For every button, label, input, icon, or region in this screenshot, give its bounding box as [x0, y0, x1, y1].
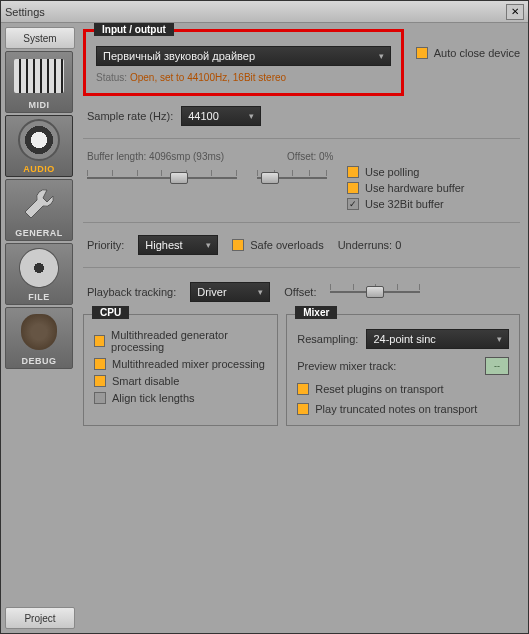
- label-play-truncated: Play truncated notes on transport: [315, 403, 477, 415]
- group-label-cpu: CPU: [92, 306, 129, 319]
- window-body: System MIDI AUDIO GENERAL FILE D: [1, 23, 528, 633]
- resampling-label: Resampling:: [297, 333, 358, 345]
- group-label-mixer: Mixer: [295, 306, 337, 319]
- preview-label: Preview mixer track:: [297, 360, 396, 372]
- separator: [83, 138, 520, 139]
- status-value: Open, set to 44100Hz, 16Bit stereo: [130, 72, 286, 83]
- main-panel: Input / output Первичный звуковой драйве…: [79, 23, 528, 633]
- resampling-value: 24-point sinc: [373, 333, 435, 345]
- buffer-length-label: Buffer length: 4096smp (93ms): [87, 151, 247, 162]
- bug-icon: [6, 308, 72, 356]
- status-label: Status:: [96, 72, 127, 83]
- tab-system[interactable]: System: [5, 27, 75, 49]
- checkbox-auto-close[interactable]: [416, 47, 428, 59]
- group-label-io: Input / output: [94, 23, 174, 36]
- checkbox-smart-disable[interactable]: [94, 375, 106, 387]
- disc-icon: [6, 244, 72, 292]
- priority-value: Highest: [145, 239, 182, 251]
- speaker-icon: [6, 116, 72, 164]
- buffer-length-slider[interactable]: [87, 166, 237, 190]
- playback-dropdown[interactable]: Driver: [190, 282, 270, 302]
- sample-rate-row: Sample rate (Hz): 44100: [83, 106, 520, 126]
- playback-offset-label: Offset:: [284, 286, 316, 298]
- separator: [83, 267, 520, 268]
- label-auto-close: Auto close device: [434, 47, 520, 59]
- priority-label: Priority:: [87, 239, 124, 251]
- sidebar-label-file: FILE: [28, 292, 50, 304]
- window-title: Settings: [5, 6, 506, 18]
- playback-row: Playback tracking: Driver Offset:: [83, 280, 520, 304]
- sidebar-label-audio: AUDIO: [23, 164, 55, 176]
- separator: [83, 222, 520, 223]
- checkbox-play-truncated[interactable]: [297, 403, 309, 415]
- label-use-hw-buffer: Use hardware buffer: [365, 182, 464, 194]
- playback-offset-slider[interactable]: [330, 280, 420, 304]
- checkbox-mt-mix[interactable]: [94, 358, 106, 370]
- checkbox-reset-plugins[interactable]: [297, 383, 309, 395]
- group-cpu: CPU Multithreaded generator processing M…: [83, 314, 278, 426]
- resampling-dropdown[interactable]: 24-point sinc: [366, 329, 509, 349]
- sidebar-label-general: GENERAL: [15, 228, 63, 240]
- wrench-icon: [6, 180, 72, 228]
- sample-rate-label: Sample rate (Hz):: [87, 110, 173, 122]
- preview-track-selector[interactable]: --: [485, 357, 509, 375]
- checkbox-use-32bit[interactable]: [347, 198, 359, 210]
- close-button[interactable]: ✕: [506, 4, 524, 20]
- driver-status: Status: Open, set to 44100Hz, 16Bit ster…: [96, 72, 391, 83]
- driver-dropdown[interactable]: Первичный звуковой драйвер: [96, 46, 391, 66]
- group-input-output: Input / output Первичный звуковой драйве…: [83, 29, 404, 96]
- piano-keys-icon: [6, 52, 72, 100]
- sidebar-item-midi[interactable]: MIDI: [5, 51, 73, 113]
- sample-rate-value: 44100: [188, 110, 219, 122]
- label-mt-mix: Multithreaded mixer processing: [112, 358, 265, 370]
- checkbox-safe-overloads[interactable]: [232, 239, 244, 251]
- driver-value: Первичный звуковой драйвер: [103, 50, 255, 62]
- label-mt-gen: Multithreaded generator processing: [111, 329, 267, 353]
- underruns-label: Underruns: 0: [338, 239, 402, 251]
- label-smart-disable: Smart disable: [112, 375, 179, 387]
- buffer-section: Buffer length: 4096smp (93ms) Offset: 0%: [83, 151, 520, 210]
- label-reset-plugins: Reset plugins on transport: [315, 383, 443, 395]
- sample-rate-dropdown[interactable]: 44100: [181, 106, 261, 126]
- sidebar-item-general[interactable]: GENERAL: [5, 179, 73, 241]
- playback-value: Driver: [197, 286, 226, 298]
- sidebar-item-file[interactable]: FILE: [5, 243, 73, 305]
- sidebar-item-audio[interactable]: AUDIO: [5, 115, 73, 177]
- playback-label: Playback tracking:: [87, 286, 176, 298]
- buffer-offset-slider[interactable]: [257, 166, 327, 190]
- priority-dropdown[interactable]: Highest: [138, 235, 218, 255]
- label-use-polling: Use polling: [365, 166, 419, 178]
- sidebar-item-debug[interactable]: DEBUG: [5, 307, 73, 369]
- checkbox-use-hw-buffer[interactable]: [347, 182, 359, 194]
- settings-window: Settings ✕ System MIDI AUDIO GENERAL FIL…: [0, 0, 529, 634]
- titlebar: Settings ✕: [1, 1, 528, 23]
- label-safe-overloads: Safe overloads: [250, 239, 323, 251]
- checkbox-use-polling[interactable]: [347, 166, 359, 178]
- buffer-offset-label: Offset: 0%: [287, 151, 334, 162]
- group-mixer: Mixer Resampling: 24-point sinc Preview …: [286, 314, 520, 426]
- label-use-32bit: Use 32Bit buffer: [365, 198, 444, 210]
- checkbox-align-tick[interactable]: [94, 392, 106, 404]
- sidebar: System MIDI AUDIO GENERAL FILE D: [1, 23, 79, 633]
- sidebar-label-midi: MIDI: [29, 100, 50, 112]
- priority-row: Priority: Highest Safe overloads Underru…: [83, 235, 520, 255]
- sidebar-label-debug: DEBUG: [21, 356, 56, 368]
- label-align-tick: Align tick lengths: [112, 392, 195, 404]
- tab-project[interactable]: Project: [5, 607, 75, 629]
- checkbox-mt-gen[interactable]: [94, 335, 105, 347]
